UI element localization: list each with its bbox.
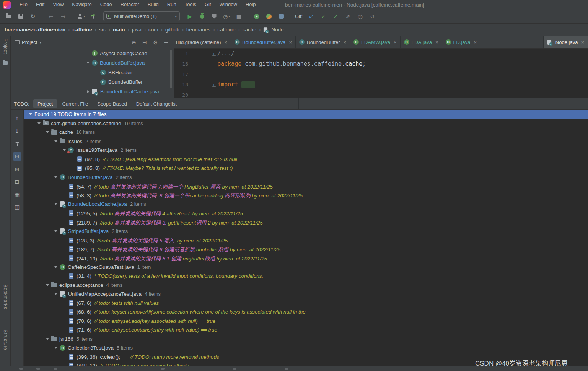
- todo-item-row[interactable]: (95, 8) // FIXME: Maybe? This is what I …: [24, 164, 588, 173]
- todo-item-row[interactable]: (241, 19) //todo 高并发读的关键代码 6.1 创建 ringbu…: [24, 254, 588, 263]
- project-tree-item-boundedbuffer-java[interactable]: BoundedBuffer.java: [11, 58, 174, 68]
- collapse-all-icon[interactable]: ⊟: [13, 177, 21, 186]
- stripe-bookmarks-button[interactable]: Bookmarks: [0, 285, 10, 309]
- breadcrumb-item-com[interactable]: com: [148, 27, 158, 33]
- editor-tab-fd-java[interactable]: FD.java×: [442, 36, 480, 48]
- chevron-down-icon[interactable]: [44, 281, 51, 290]
- todo-item-row[interactable]: (71, 6) // todo: entryset.contains(entry…: [24, 325, 588, 335]
- git-cherrypick-icon[interactable]: ⇗: [342, 11, 353, 22]
- chevron-down-icon[interactable]: [44, 128, 51, 137]
- todo-item-row[interactable]: (189, 7) //todo 高并发读的关键代码 6.创建或者扩展 ringb…: [24, 245, 588, 254]
- todo-group-row-caffeinespecguavatest-java[interactable]: CaffeineSpecGuavaTest.java1 item: [24, 263, 588, 272]
- expand-all-icon[interactable]: ⊞: [13, 165, 21, 173]
- todo-root-row[interactable]: Found 19 TODO items in 7 files: [24, 110, 588, 119]
- breadcrumb-item-cache[interactable]: cache: [243, 27, 256, 33]
- gutter[interactable]: [188, 69, 210, 80]
- todo-group-row-boundedbuffer-java[interactable]: BoundedBuffer.java2 items: [24, 173, 588, 182]
- gutter[interactable]: [188, 80, 210, 90]
- previous-todo-icon[interactable]: ↑: [13, 114, 21, 123]
- chevron-down-icon[interactable]: [44, 335, 51, 344]
- menu-navigate[interactable]: Navigate: [68, 2, 96, 7]
- todo-group-row-jsr166[interactable]: jsr1665 items: [24, 335, 588, 344]
- project-tree-item-boundedbuffer[interactable]: BoundedBuffer: [11, 77, 174, 87]
- editor-tab-fda-java[interactable]: FDA.java×: [401, 36, 442, 48]
- stripe-project-button[interactable]: Project: [0, 38, 10, 54]
- chevron-down-icon[interactable]: [52, 343, 60, 353]
- todo-item-row[interactable]: (58, 3) // todo 高并发读的关键代码 8.创建一个带cache p…: [24, 191, 588, 200]
- fold-marker-icon[interactable]: +: [210, 83, 217, 87]
- gutter[interactable]: [188, 59, 210, 69]
- menu-file[interactable]: File: [15, 2, 32, 7]
- scrollbar-thumb[interactable]: [170, 50, 172, 88]
- editor-tab-uild-gradle-caffeine[interactable]: uild.gradle (caffeine)×: [174, 36, 231, 48]
- todo-group-row-unifiedmapacceptancetest-java[interactable]: UnifiedMapAcceptanceTest.java4 items: [24, 290, 588, 299]
- fold-marker-icon[interactable]: +: [210, 52, 217, 56]
- next-todo-icon[interactable]: ↓: [13, 127, 21, 135]
- menu-run[interactable]: Run: [163, 2, 181, 7]
- editor-tab-node-java[interactable]: Node.java×: [543, 36, 588, 48]
- menu-view[interactable]: View: [49, 2, 68, 7]
- chevron-down-icon[interactable]: [35, 119, 43, 128]
- autoscroll-to-source-icon[interactable]: ⊡: [13, 152, 21, 161]
- editor-tab-fdamw-java[interactable]: FDAMW.java×: [350, 36, 400, 48]
- caffeine-icon[interactable]: [264, 11, 274, 22]
- settings-icon[interactable]: ⚙: [151, 39, 160, 46]
- rerun-icon[interactable]: [251, 11, 262, 22]
- breadcrumb-item-caffeine[interactable]: caffeine: [72, 27, 92, 33]
- group-by-icon[interactable]: ▦: [13, 190, 21, 199]
- close-tab-icon[interactable]: ×: [289, 39, 292, 45]
- menu-code[interactable]: Code: [96, 2, 116, 7]
- todo-group-row-com-github-benmanes-caffeine[interactable]: com.github.benmanes.caffeine19 items: [24, 119, 588, 128]
- todo-item-row[interactable]: (92, 8) // FIXME: java.lang.AssertionErr…: [24, 155, 588, 164]
- close-tab-icon[interactable]: ×: [225, 39, 228, 45]
- hide-panel-icon[interactable]: ─: [162, 39, 170, 46]
- menu-refactor[interactable]: Refactor: [116, 2, 143, 7]
- profile-icon[interactable]: ▾: [76, 11, 86, 22]
- locate-icon[interactable]: ⊕: [130, 39, 138, 46]
- run-config-select[interactable]: MultiWriteDemo (1) ▾: [103, 11, 180, 21]
- back-icon[interactable]: ←: [46, 11, 56, 22]
- todo-tab-scope-based[interactable]: Scope Based: [93, 99, 131, 108]
- chevron-down-icon[interactable]: [52, 227, 60, 236]
- todo-item-row[interactable]: (2189, 7) //todo 高并发读的关键代码 3. getIfPrese…: [24, 218, 588, 227]
- menu-window[interactable]: Window: [215, 2, 241, 7]
- plugin-icon[interactable]: [276, 11, 287, 22]
- forward-icon[interactable]: →: [58, 11, 68, 22]
- todo-item-row[interactable]: (67, 6) // todo: tests with null values: [24, 299, 588, 308]
- code-editor[interactable]: 1+/.../16package com.github.benmanes.caf…: [174, 49, 588, 98]
- sync-icon[interactable]: ↻: [28, 11, 38, 22]
- filter-icon[interactable]: [13, 140, 21, 148]
- close-tab-icon[interactable]: ×: [581, 39, 584, 45]
- menu-help[interactable]: Help: [241, 2, 260, 7]
- close-tab-icon[interactable]: ×: [435, 39, 438, 45]
- close-tab-icon[interactable]: ×: [394, 39, 397, 45]
- todo-item-row[interactable]: (68, 6) // todo: keyset.removeAll(some c…: [24, 308, 588, 317]
- todo-tab-current-file[interactable]: Current File: [58, 99, 92, 108]
- coverage-button[interactable]: [209, 11, 220, 22]
- close-tab-icon[interactable]: ×: [344, 39, 347, 45]
- run-button[interactable]: ▶: [184, 11, 195, 22]
- open-icon[interactable]: [3, 11, 14, 22]
- preview-icon[interactable]: ◫: [13, 203, 21, 211]
- chevron-down-icon[interactable]: [52, 263, 60, 272]
- todo-item-row[interactable]: (128, 3) //todo 高并发读的关键代码 5.写入 by nien a…: [24, 236, 588, 245]
- todo-group-row-issues[interactable]: issues2 items: [24, 137, 588, 146]
- breadcrumb-item-node[interactable]: Node: [263, 27, 283, 33]
- todo-item-row[interactable]: (1295, 5) //todo 高并发读的关键代码 4.afterRead b…: [24, 209, 588, 218]
- todo-group-row-boundedlocalcache-java[interactable]: BoundedLocalCache.java2 items: [24, 200, 588, 209]
- todo-group-row-cache[interactable]: cache10 items: [24, 128, 588, 137]
- stop-button[interactable]: ■: [233, 11, 244, 22]
- chevron-down-icon[interactable]: ▾: [39, 41, 41, 44]
- git-commit-icon[interactable]: ✓: [318, 11, 329, 22]
- project-panel-title[interactable]: Project: [22, 39, 37, 45]
- git-push-icon[interactable]: ↗: [330, 11, 341, 22]
- save-all-icon[interactable]: [15, 11, 26, 22]
- menu-build[interactable]: Build: [143, 2, 163, 7]
- gutter[interactable]: [188, 49, 210, 59]
- todo-item-row[interactable]: (31, 4) * TODO(user): tests of a few inv…: [24, 272, 588, 281]
- editor-tab-boundedbuffer-java[interactable]: BoundedBuffer.java×: [231, 36, 296, 48]
- todo-group-row-collection8test-java[interactable]: Collection8Test.java5 items: [24, 343, 588, 353]
- todo-group-row-stripedbuffer-java[interactable]: StripedBuffer.java3 items: [24, 227, 588, 236]
- menu-edit[interactable]: Edit: [32, 2, 49, 7]
- breadcrumb-item-main[interactable]: main: [113, 27, 125, 33]
